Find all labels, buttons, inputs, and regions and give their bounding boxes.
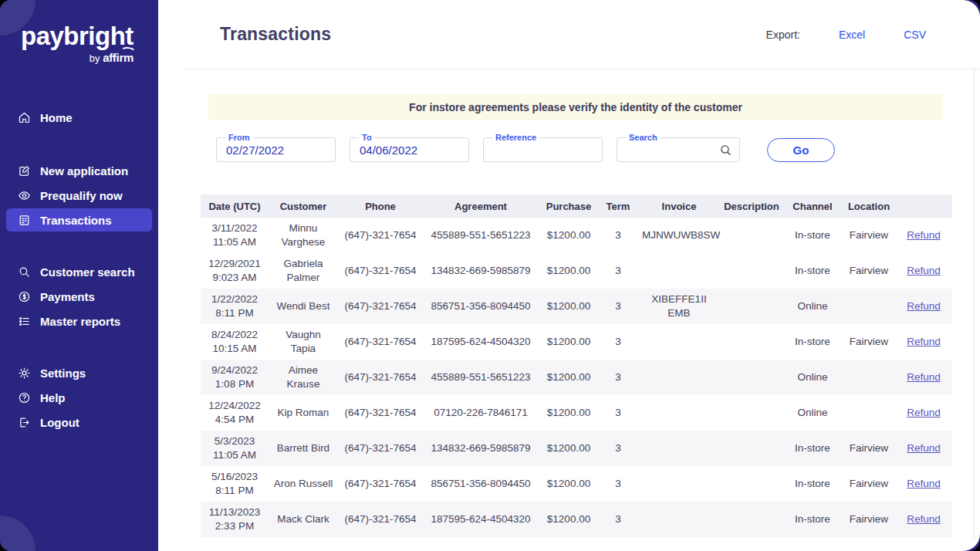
term-cell: 3 <box>599 324 637 360</box>
phone-cell: (647)-321-7654 <box>338 395 423 431</box>
date-cell: 11/13/20232:33 PM <box>201 502 269 537</box>
phone-cell: (647)-321-7654 <box>338 253 423 289</box>
invoice-cell <box>637 395 721 431</box>
invoice-cell <box>637 502 721 537</box>
sidebar-item-label: Payments <box>40 290 95 303</box>
date-cell: 3/11/202211:05 AM <box>201 218 269 253</box>
export-controls: Export: Excel CSV <box>766 29 926 41</box>
date-cell: 12/24/20224:54 PM <box>201 395 269 431</box>
refund-link[interactable]: Refund <box>907 336 941 347</box>
column-header-location: Location <box>843 194 895 218</box>
sidebar-item-label: Transactions <box>40 214 112 227</box>
sidebar-item-home[interactable]: Home <box>6 106 152 129</box>
reference-field: Reference <box>483 137 603 162</box>
agreement-cell: 07120-226-7846171 <box>423 395 539 431</box>
agreement-cell: 134832-669-5985879 <box>423 253 539 289</box>
sidebar-item-payments[interactable]: Payments <box>6 285 152 308</box>
search-icon <box>17 265 31 279</box>
channel-cell: In-store <box>782 431 843 466</box>
invoice-cell: MJNWUWB8SW <box>637 218 721 253</box>
agreement-cell: 455889-551-5651223 <box>423 360 539 395</box>
column-header-customer: Customer <box>269 194 338 218</box>
sidebar-item-label: Customer search <box>40 265 135 279</box>
purchase-cell: $1200.00 <box>539 324 599 360</box>
purchase-cell: $1200.00 <box>539 360 599 395</box>
table-row: 5/16/20238:11 PM Aron Russell (647)-321-… <box>201 466 952 502</box>
invoice-cell <box>637 466 721 502</box>
channel-cell: Online <box>782 360 843 395</box>
go-button[interactable]: Go <box>767 138 835 162</box>
location-cell <box>843 395 895 431</box>
sidebar-item-prequalify-now[interactable]: Prequalify now <box>6 184 152 207</box>
search-label: Search <box>626 133 661 143</box>
refund-link[interactable]: Refund <box>907 513 941 525</box>
term-cell: 3 <box>599 360 637 395</box>
date-cell: 12/29/20219:023 AM <box>201 253 269 289</box>
location-cell: Fairview <box>843 324 895 360</box>
description-cell <box>721 218 782 253</box>
refund-link[interactable]: Refund <box>907 478 941 489</box>
table-row: 11/13/20232:33 PM Mack Clark (647)-321-7… <box>201 502 952 537</box>
term-cell: 3 <box>599 289 637 324</box>
channel-cell: In-store <box>782 466 843 502</box>
refund-link[interactable]: Refund <box>907 371 941 383</box>
sidebar-item-label: Home <box>40 111 73 124</box>
sidebar-item-label: Logout <box>40 416 79 429</box>
sidebar-item-label: New application <box>40 164 128 177</box>
description-cell <box>721 324 782 360</box>
by-label: by <box>90 52 100 64</box>
paybright-wordmark: paybright <box>21 23 135 49</box>
action-cell: Refund <box>895 289 952 324</box>
description-cell <box>721 431 782 466</box>
table-row: 3/11/202211:05 AM Minnu Varghese (647)-3… <box>201 218 952 253</box>
eye-icon <box>17 188 31 202</box>
affirm-wordmark: affirm <box>103 51 133 64</box>
export-excel-link[interactable]: Excel <box>839 29 865 41</box>
table-row: 12/24/20224:54 PM Kip Roman (647)-321-76… <box>201 395 952 431</box>
agreement-cell: 856751-356-8094450 <box>423 289 539 324</box>
location-cell: Fairview <box>843 218 895 253</box>
channel-cell: Online <box>782 395 843 431</box>
refund-link[interactable]: Refund <box>907 229 941 241</box>
invoice-cell: XIBEFFE1II EMB <box>637 289 721 324</box>
from-date-label: From <box>225 133 253 143</box>
customer-cell: Aimee Krause <box>269 360 338 395</box>
customer-cell: Barrett Bird <box>269 431 338 466</box>
column-header-invoice: Invoice <box>637 194 721 218</box>
sidebar-item-customer-search[interactable]: Customer search <box>6 260 152 283</box>
sidebar-item-help[interactable]: Help <box>6 386 152 409</box>
sidebar-item-settings[interactable]: Settings <box>6 361 152 384</box>
action-cell: Refund <box>895 502 952 537</box>
refund-link[interactable]: Refund <box>907 300 941 312</box>
paybright-logo: paybright by affirm <box>0 0 158 64</box>
date-cell: 5/3/202311:05 AM <box>201 431 269 466</box>
column-header-description: Description <box>721 194 782 218</box>
date-cell: 5/16/20238:11 PM <box>201 466 269 502</box>
table-body: 3/11/202211:05 AM Minnu Varghese (647)-3… <box>201 218 952 537</box>
refund-link[interactable]: Refund <box>907 442 941 454</box>
filter-bar: From To Reference Search Go <box>216 137 980 162</box>
agreement-cell: 134832-669-5985879 <box>423 431 539 466</box>
search-field: Search <box>617 137 740 162</box>
purchase-cell: $1200.00 <box>539 395 599 431</box>
column-header-action <box>895 194 952 218</box>
invoice-cell <box>637 360 721 395</box>
column-header-purchase: Purchase <box>539 194 599 218</box>
scrollbar-track[interactable] <box>974 68 975 539</box>
customer-cell: Aron Russell <box>269 466 338 502</box>
sidebar-item-logout[interactable]: Logout <box>6 411 152 434</box>
reference-label: Reference <box>492 133 539 143</box>
column-header-channel: Channel <box>782 194 843 218</box>
export-csv-link[interactable]: CSV <box>904 29 926 41</box>
logout-icon <box>17 415 31 429</box>
term-cell: 3 <box>599 253 637 289</box>
list-icon <box>17 314 31 328</box>
table-row: 9/24/20221:08 PM Aimee Krause (647)-321-… <box>201 360 952 395</box>
phone-cell: (647)-321-7654 <box>338 218 423 253</box>
sidebar-item-transactions[interactable]: Transactions <box>6 208 152 232</box>
refund-link[interactable]: Refund <box>907 407 941 418</box>
sidebar-item-new-application[interactable]: New application <box>6 159 152 182</box>
sidebar-item-master-reports[interactable]: Master reports <box>6 309 152 333</box>
refund-link[interactable]: Refund <box>907 265 941 276</box>
purchase-cell: $1200.00 <box>539 253 599 289</box>
